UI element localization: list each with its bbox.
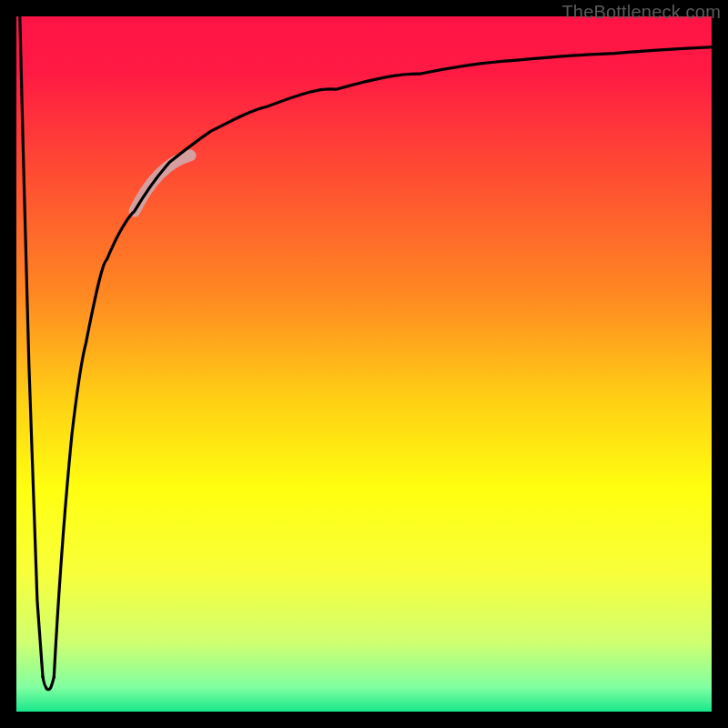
plot-area: [16, 16, 712, 712]
curve-dip: [43, 677, 54, 690]
curve-descent: [20, 16, 43, 677]
curve-ascent: [54, 47, 712, 677]
attribution-label: TheBottleneck.com: [561, 2, 721, 23]
curve-layer: [16, 16, 712, 712]
highlight-segment: [135, 156, 190, 211]
chart-container: TheBottleneck.com: [0, 0, 728, 728]
